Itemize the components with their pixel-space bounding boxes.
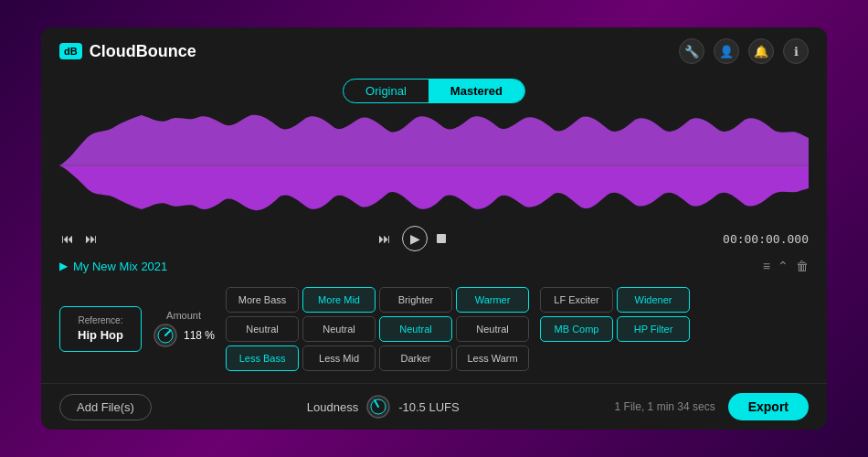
amount-row: 118 %: [153, 323, 215, 348]
bell-icon[interactable]: 🔔: [748, 38, 774, 64]
eq-btn-neutral-4[interactable]: Neutral: [226, 316, 299, 342]
tab-original[interactable]: Original: [344, 80, 429, 102]
logo-text: CloudBounce: [90, 42, 196, 61]
transport: ⏮ ⏭ ⏭ ▶ 00:00:00.000: [41, 220, 827, 257]
tabs: Original Mastered: [343, 79, 525, 103]
track-play-icon[interactable]: ▶: [59, 260, 68, 272]
waveform-area: // This won't run in SVG context, using …: [41, 111, 827, 220]
delete-icon[interactable]: 🗑: [796, 259, 809, 273]
play-button[interactable]: ▶: [402, 226, 428, 251]
transport-center: ⏭ ▶: [376, 226, 446, 251]
fx-btn-empty-4: [540, 345, 613, 371]
eq-btn-less-warm-11[interactable]: Less Warm: [456, 345, 529, 371]
file-info: 1 File, 1 min 34 secs: [615, 400, 715, 413]
fx-btn-HP Filter-3[interactable]: HP Filter: [617, 316, 690, 342]
waveform-canvas: // This won't run in SVG context, using …: [59, 111, 809, 220]
skip-back-button[interactable]: ⏮: [59, 229, 76, 248]
eq-btn-less-bass-8[interactable]: Less Bass: [226, 345, 299, 371]
track-name: My New Mix 2021: [73, 260, 167, 273]
footer: Add File(s) Loudness -10.5 LUFS 1 File, …: [41, 383, 827, 430]
export-button[interactable]: Export: [728, 393, 809, 420]
amount-value: 118 %: [184, 329, 215, 342]
fx-btn-empty-5: [617, 345, 690, 371]
transport-left: ⏮ ⏭: [59, 229, 100, 248]
fx-btn-LF Exciter-0[interactable]: LF Exciter: [540, 287, 613, 313]
waveform-svg: // This won't run in SVG context, using …: [59, 111, 809, 220]
eq-btn-more-mid-1[interactable]: More Mid: [302, 287, 376, 313]
reference-box: Reference: Hip Hop: [59, 306, 142, 352]
loudness-label: Loudness: [307, 400, 358, 414]
footer-center: Loudness -10.5 LUFS: [307, 394, 460, 420]
loudness-value: -10.5 LUFS: [398, 400, 459, 414]
eq-btn-darker-10[interactable]: Darker: [379, 345, 452, 371]
tab-mastered[interactable]: Mastered: [429, 80, 524, 102]
user-icon[interactable]: 👤: [714, 38, 739, 64]
logo: dB CloudBounce: [59, 42, 196, 61]
wrench-icon[interactable]: 🔧: [679, 38, 704, 64]
stop-button[interactable]: [437, 234, 446, 243]
eq-btn-more-bass-0[interactable]: More Bass: [226, 287, 299, 313]
fx-btn-Widener-1[interactable]: Widener: [617, 287, 690, 313]
mastering-area: Reference: Hip Hop Amount 118 % More Bas…: [41, 275, 827, 383]
header: dB CloudBounce 🔧 👤 🔔 ℹ: [41, 27, 827, 75]
tabs-container: Original Mastered: [41, 75, 827, 111]
mixer-icon[interactable]: ≡: [763, 259, 770, 273]
footer-right: 1 File, 1 min 34 secs Export: [615, 393, 809, 420]
loudness-knob[interactable]: [365, 394, 391, 420]
eq-btn-neutral-5[interactable]: Neutral: [302, 316, 376, 342]
time-display: 00:00:00.000: [723, 232, 809, 246]
skip-to-start-button[interactable]: ⏭: [376, 229, 393, 248]
add-files-button[interactable]: Add File(s): [59, 394, 152, 420]
eq-grid: More BassMore MidBrighterWarmerNeutralNe…: [226, 287, 529, 371]
step-back-button[interactable]: ⏭: [83, 229, 100, 248]
eq-btn-warmer-3[interactable]: Warmer: [456, 287, 529, 313]
app-window: dB CloudBounce 🔧 👤 🔔 ℹ Original Mastered…: [41, 27, 827, 430]
eq-btn-neutral-6[interactable]: Neutral: [379, 316, 452, 342]
header-icons: 🔧 👤 🔔 ℹ: [679, 38, 809, 64]
eq-btn-neutral-7[interactable]: Neutral: [456, 316, 529, 342]
fx-btn-MB Comp-2[interactable]: MB Comp: [540, 316, 613, 342]
track-controls: ≡ ⌃ 🗑: [763, 259, 809, 273]
logo-badge: dB: [59, 43, 82, 59]
fx-grid: LF ExciterWidenerMB CompHP Filter: [540, 287, 690, 371]
eq-btn-less-mid-9[interactable]: Less Mid: [302, 345, 376, 371]
eq-btn-brighter-2[interactable]: Brighter: [379, 287, 452, 313]
expand-icon[interactable]: ⌃: [778, 259, 789, 273]
reference-value: Hip Hop: [71, 327, 130, 344]
amount-knob[interactable]: [153, 323, 178, 348]
reference-label: Reference:: [71, 314, 130, 327]
track-row: ▶ My New Mix 2021 ≡ ⌃ 🗑: [41, 257, 827, 275]
amount-label: Amount: [166, 310, 201, 321]
info-icon[interactable]: ℹ: [783, 38, 809, 64]
amount-section: Amount 118 %: [153, 310, 215, 348]
